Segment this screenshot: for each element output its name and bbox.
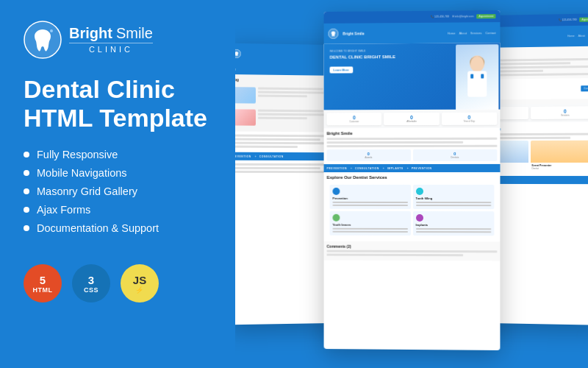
pro-card-2: Event Presenter Dentist (530, 141, 588, 171)
screen-top-bar: 📞 123-456-789 ✉ info@bright.com Appointm… (324, 10, 501, 24)
service-icon-2 (415, 188, 423, 195)
screen-main-hero: WELCOME TO BRIGHT SMILE DENTAL CLINIC BR… (324, 43, 501, 110)
bullet-dot (24, 152, 29, 158)
right-panel: Blog Blog (235, 0, 588, 368)
hero-doctor-image (456, 44, 498, 110)
bullet-dot (24, 207, 29, 213)
hero-title: DENTAL CLINIC BRIGHT SMILE (330, 54, 420, 61)
stat-1: 0 Customer (327, 113, 382, 125)
features-list: Fully Responsive Mobile Navigations Maso… (24, 149, 213, 241)
service-icon-4 (415, 214, 423, 222)
screen-stats: 0 Customer 0 Affordable 0 Year of Exp (324, 110, 501, 129)
svg-rect-6 (470, 74, 473, 79)
feature-item-4: Ajax Forms (24, 204, 213, 216)
tech-badges: 5 HTML 3 CSS JS ⚡ (24, 264, 213, 302)
feature-item-2: Mobile Navigations (24, 167, 213, 179)
logo-text: Bright Smile CLINIC (69, 25, 153, 54)
html5-badge: 5 HTML (24, 264, 62, 302)
logo-divider (69, 43, 153, 43)
svg-rect-7 (481, 74, 484, 79)
js-badge: JS ⚡ (121, 264, 159, 302)
screen-section-title: Bright Smile (327, 131, 498, 136)
service-card-4: Implants (412, 211, 494, 236)
screen-nav-items: Home About Services Contact (448, 31, 496, 35)
tooth-logo-icon (24, 21, 62, 59)
about-mini-stats: 0 Awards 0 Dentists (327, 149, 498, 161)
service-icon-1 (332, 188, 340, 195)
logo-smile: Smile (116, 25, 153, 41)
services-title: Explore Our Dentist Services (327, 175, 498, 180)
screen-main: 📞 123-456-789 ✉ info@bright.com Appointm… (324, 10, 501, 350)
feature-item-3: Masonry Grid Gallery (24, 185, 213, 197)
feature-item-5: Documentation & Support (24, 222, 213, 234)
svg-point-1 (50, 29, 53, 32)
service-card-1: Prevention (330, 185, 411, 209)
service-icon-3 (332, 214, 340, 222)
logo-clinic: CLINIC (69, 45, 153, 54)
logo-bright: Bright (69, 25, 112, 41)
feature-item-1: Fully Responsive (24, 149, 213, 160)
stat-3: 0 Year of Exp (442, 113, 498, 125)
service-card-2: Tooth filling (412, 185, 494, 209)
pro-img-2 (530, 141, 588, 163)
hero-cta-btn: Learn More (330, 66, 353, 73)
left-panel: Bright Smile CLINIC Dental Clinic HTML T… (0, 0, 235, 368)
mockup-container: Blog Blog (235, 0, 588, 368)
contact-btn: Contact (581, 85, 588, 91)
services-grid: Prevention Tooth filling Youth braces (327, 182, 498, 238)
screen-services: Explore Our Dentist Services Prevention … (324, 172, 501, 241)
stat-2: 0 Affordable (384, 113, 439, 125)
screen-main-header: Bright Smile Home About Services Contact (324, 22, 501, 44)
service-card-3: Youth braces (330, 211, 411, 236)
bullet-dot (24, 170, 29, 176)
screen-comments: Comments (2) (324, 241, 501, 261)
bullet-dot (24, 225, 29, 231)
css3-badge: 3 CSS (72, 264, 110, 302)
screen-tagbar-main: PREVENTION ✦ CONSULTATION ✦ IMPLANTS ✦ P… (324, 164, 501, 172)
main-title: Dental Clinic HTML Template (24, 75, 213, 132)
svg-rect-5 (467, 71, 487, 96)
logo-area: Bright Smile CLINIC (24, 21, 213, 59)
bullet-dot (24, 188, 29, 194)
screen-about: Bright Smile 0 Awards 0 Dentists (324, 128, 501, 164)
right-stat-2: 0 Services (530, 106, 588, 119)
svg-point-9 (470, 56, 484, 71)
blog-thumb-2 (235, 109, 256, 125)
blog-thumb-1 (235, 87, 256, 103)
